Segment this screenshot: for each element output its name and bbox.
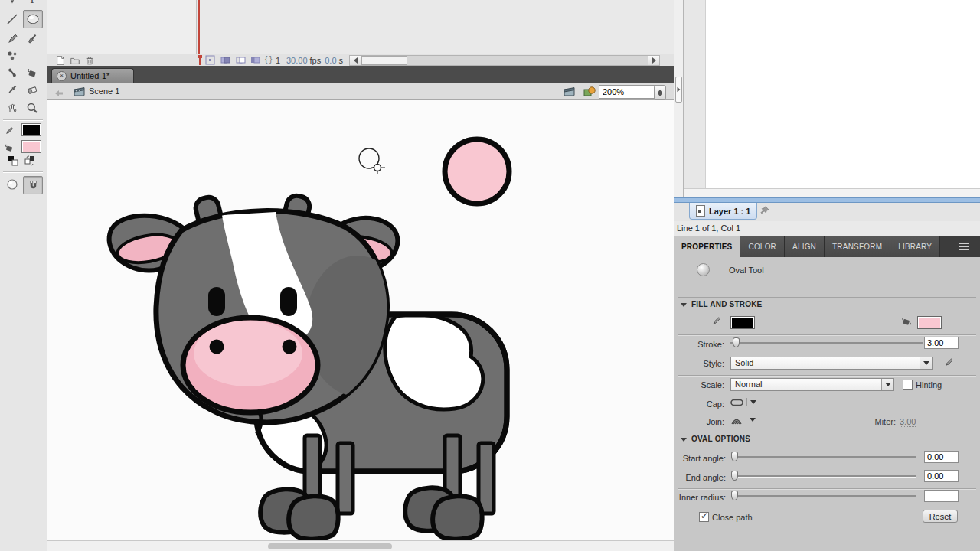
paint-bucket-tool-button[interactable] xyxy=(23,64,41,81)
fill-color-swatch[interactable] xyxy=(21,140,41,153)
custom-stroke-style-icon[interactable] xyxy=(943,357,955,370)
panel-menu-icon[interactable] xyxy=(959,243,969,250)
onion-skin-button[interactable] xyxy=(220,55,232,66)
script-horizontal-scrollbar[interactable] xyxy=(684,188,980,197)
collapse-triangle-icon[interactable] xyxy=(681,303,687,307)
stroke-color-pencil-icon xyxy=(0,122,18,139)
new-layer-button[interactable] xyxy=(55,55,67,66)
delete-layer-button[interactable] xyxy=(84,55,96,66)
end-angle-input[interactable] xyxy=(924,470,959,482)
edit-scene-button[interactable] xyxy=(564,86,575,98)
onion-skin-outlines-button[interactable] xyxy=(236,55,247,66)
round-join-icon xyxy=(730,415,743,425)
oval-tool-icon xyxy=(697,263,710,276)
script-gutter xyxy=(684,0,706,188)
stroke-width-slider[interactable] xyxy=(730,337,923,348)
document-tab-bar: × Untitled-1* xyxy=(47,66,674,83)
pin-script-icon[interactable] xyxy=(760,205,770,217)
edit-bar: Scene 1 xyxy=(47,83,674,100)
object-drawing-toggle[interactable] xyxy=(3,176,21,193)
tab-align[interactable]: ALIGN xyxy=(785,236,825,257)
stage-scroll-thumb[interactable] xyxy=(268,543,392,549)
stage-canvas[interactable] xyxy=(47,100,674,551)
script-tab[interactable]: Layer 1 : 1 xyxy=(689,203,757,220)
hand-tool-button[interactable] xyxy=(3,99,21,116)
eraser-tool-button[interactable] xyxy=(23,81,41,98)
bone-tool-button[interactable] xyxy=(3,64,21,81)
timeline-scroll-thumb[interactable] xyxy=(361,56,407,65)
default-colors-button[interactable] xyxy=(6,155,20,167)
tab-transform[interactable]: TRANSFORM xyxy=(825,236,890,257)
brush-tool-button[interactable] xyxy=(23,31,41,47)
oval-tool-button[interactable] xyxy=(23,10,43,28)
script-tab-label: Layer 1 : 1 xyxy=(709,207,750,216)
tab-properties[interactable]: PROPERTIES xyxy=(674,236,740,257)
scroll-left-arrow[interactable] xyxy=(350,56,361,65)
panel-splitter[interactable] xyxy=(674,0,684,197)
zoom-tool-button[interactable] xyxy=(23,99,41,116)
zoom-stepper[interactable] xyxy=(654,85,666,100)
center-frame-button[interactable] xyxy=(205,55,217,66)
line-tool-button[interactable] xyxy=(3,11,21,28)
miter-label: Miter: xyxy=(850,417,896,426)
playhead-marker[interactable] xyxy=(198,55,202,66)
eyedropper-tool-button[interactable] xyxy=(3,81,21,98)
timeline-playhead[interactable] xyxy=(198,0,200,54)
inner-radius-input[interactable] xyxy=(924,490,959,502)
document-tab[interactable]: × Untitled-1* xyxy=(51,68,134,83)
chevron-down-icon[interactable] xyxy=(920,357,932,369)
fill-stroke-header[interactable]: FILL AND STROKE xyxy=(691,300,762,308)
oval-options-header[interactable]: OVAL OPTIONS xyxy=(691,435,750,443)
frame-rate-display[interactable]: 30.00fps0.0s xyxy=(286,56,347,65)
swap-colors-button[interactable] xyxy=(23,155,37,167)
edit-multiple-frames-button[interactable] xyxy=(250,55,262,66)
stroke-label: Stroke: xyxy=(674,340,724,349)
pen-icon xyxy=(6,0,18,5)
prop-fill-color-swatch[interactable] xyxy=(917,316,942,329)
pen-tool-button[interactable] xyxy=(3,0,21,8)
collapse-triangle-icon[interactable] xyxy=(681,438,687,442)
timeline-horizontal-scrollbar[interactable] xyxy=(349,55,660,66)
deco-tool-button[interactable] xyxy=(3,47,21,64)
elapsed-time-value[interactable]: 0.0 xyxy=(325,56,336,65)
style-select[interactable]: Solid xyxy=(730,357,933,370)
pencil-icon xyxy=(6,33,18,45)
start-angle-input[interactable] xyxy=(924,451,959,463)
stroke-width-input[interactable] xyxy=(924,337,959,349)
back-arrow-icon[interactable] xyxy=(55,89,63,98)
close-path-checkbox[interactable] xyxy=(699,512,709,522)
collapse-handle[interactable] xyxy=(675,77,682,103)
join-label: Join: xyxy=(674,417,724,426)
end-angle-slider[interactable] xyxy=(731,471,916,481)
new-folder-button[interactable] xyxy=(70,55,81,66)
reset-button[interactable]: Reset xyxy=(923,510,958,523)
pencil-tool-button[interactable] xyxy=(3,31,21,47)
text-tool-button[interactable]: T xyxy=(23,0,41,8)
flash-application-window: T xyxy=(0,0,980,551)
snap-to-objects-toggle[interactable] xyxy=(23,176,43,194)
style-value: Solid xyxy=(735,358,753,367)
tab-color[interactable]: COLOR xyxy=(740,236,785,257)
miter-value[interactable]: 3.00 xyxy=(900,417,916,427)
stage-zoom-input[interactable] xyxy=(599,85,657,99)
close-document-icon[interactable]: × xyxy=(57,71,67,81)
stroke-color-swatch[interactable] xyxy=(21,123,41,136)
start-angle-slider[interactable] xyxy=(731,452,916,462)
join-style-control[interactable] xyxy=(730,415,756,425)
stage-horizontal-scrollbar[interactable] xyxy=(47,540,674,551)
hinting-checkbox[interactable] xyxy=(903,380,913,390)
tab-library[interactable]: LIBRARY xyxy=(890,236,940,257)
fps-value[interactable]: 30.00 xyxy=(286,56,308,65)
scroll-right-arrow[interactable] xyxy=(648,56,659,65)
script-page-icon xyxy=(696,205,705,217)
inner-radius-slider[interactable] xyxy=(731,491,916,501)
edit-symbols-button[interactable] xyxy=(583,86,596,98)
scene-label[interactable]: Scene 1 xyxy=(89,86,119,96)
script-pane[interactable] xyxy=(684,0,980,188)
current-frame-number: 1 xyxy=(276,56,280,65)
timeline-layers-pane[interactable] xyxy=(47,0,197,54)
prop-stroke-color-swatch[interactable] xyxy=(730,316,755,329)
scale-select[interactable]: Normal xyxy=(730,378,894,391)
cap-style-control[interactable] xyxy=(730,398,756,406)
chevron-down-icon[interactable] xyxy=(881,379,893,390)
